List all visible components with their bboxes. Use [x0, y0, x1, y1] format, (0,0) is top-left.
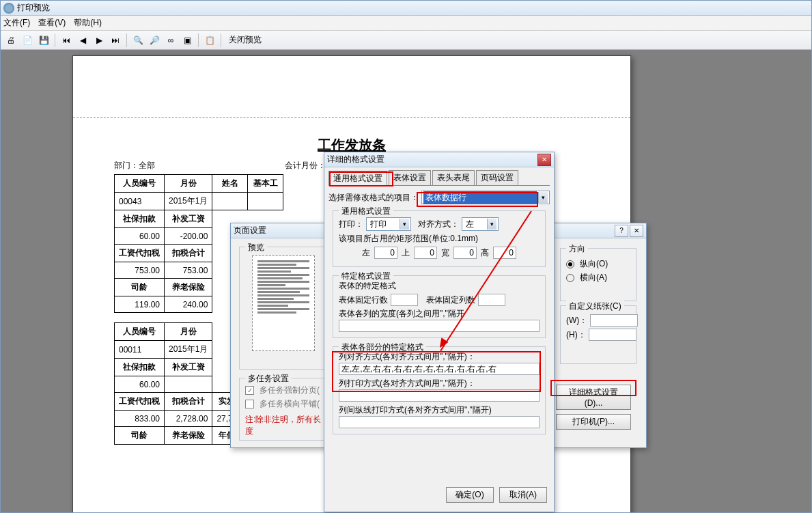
zoom-select-icon[interactable]: ∞ — [163, 33, 178, 48]
th: 工资代扣税 — [115, 393, 165, 411]
width-label: (W)： — [566, 315, 587, 327]
detail-titlebar: 详细的格式设置 ✕ — [324, 152, 554, 167]
th: 工资代扣税 — [115, 245, 165, 262]
rect-left-input[interactable] — [374, 247, 397, 259]
direction-legend: 方向 — [566, 243, 588, 255]
menubar: 文件(F) 查看(V) 帮助(H) — [1, 16, 811, 31]
menu-view[interactable]: 查看(V) — [38, 17, 66, 29]
th: 社保扣款 — [115, 210, 165, 228]
cancel-button[interactable]: 取消(A) — [499, 487, 547, 503]
next-page-icon[interactable]: ▶ — [92, 33, 107, 48]
th: 补发工资 — [165, 210, 212, 228]
save-icon[interactable]: 💾 — [36, 33, 51, 48]
cell: 753.00 — [115, 262, 165, 279]
rect-label: 该项目所占用的矩形范围(单位:0.1mm) — [339, 233, 478, 245]
prev-page-icon[interactable]: ◀ — [75, 33, 90, 48]
general-format-legend: 通用格式设置 — [339, 206, 393, 217]
fixed-rows-label: 表体固定行数 — [339, 294, 388, 306]
th: 司龄 — [115, 427, 165, 445]
close-icon[interactable]: ✕ — [537, 154, 551, 166]
separator — [126, 33, 127, 47]
portrait-radio[interactable] — [566, 260, 574, 268]
col-vline-input[interactable] — [339, 416, 540, 428]
separator — [221, 33, 221, 47]
page-icon[interactable]: 📄 — [20, 33, 35, 48]
fixed-rows-input[interactable] — [391, 294, 418, 306]
cell: 00043 — [115, 193, 165, 210]
paper-height-input[interactable] — [589, 329, 636, 341]
select-item-value: 表体数据行 — [423, 191, 537, 204]
col-vline-label: 列间纵线打印方式(各对齐方式间用","隔开) — [339, 404, 540, 416]
col-widths-input[interactable] — [339, 320, 540, 332]
ok-button[interactable]: 确定(O) — [446, 487, 494, 503]
tab-pagenum[interactable]: 页码设置 — [476, 170, 518, 185]
multitask-legend: 多任务设置 — [245, 373, 292, 385]
menu-file[interactable]: 文件(F) — [3, 17, 30, 29]
main-title: 打印预览 — [17, 2, 50, 14]
top-label: 上 — [402, 247, 410, 259]
horizontal-tile-checkbox[interactable] — [245, 400, 254, 408]
tab-body[interactable]: 表体设置 — [389, 170, 431, 185]
col-print-input[interactable] — [339, 389, 540, 402]
help-button[interactable]: ? — [615, 225, 628, 237]
separator — [55, 33, 55, 47]
th: 扣税合计 — [165, 393, 212, 411]
landscape-label: 横向(A) — [580, 272, 607, 283]
th: 养老保险 — [165, 427, 212, 445]
detail-title: 详细的格式设置 — [327, 154, 384, 165]
tab-headfoot[interactable]: 表头表尾 — [432, 170, 475, 185]
close-preview-button[interactable]: 关闭预览 — [225, 33, 266, 47]
rect-width-input[interactable] — [453, 247, 477, 259]
parts-format-legend: 表体各部分的特定格式 — [339, 342, 426, 353]
rect-top-input[interactable] — [414, 247, 437, 259]
dept-label: 部门： — [114, 161, 139, 170]
tab-general[interactable]: 通用格式设置 — [328, 171, 387, 186]
width-label: 宽 — [441, 247, 449, 259]
cell: 753.00 — [165, 262, 212, 279]
chevron-down-icon[interactable]: ▾ — [400, 219, 409, 230]
chevron-down-icon[interactable]: ▾ — [538, 192, 548, 203]
last-page-icon[interactable]: ⏭ — [108, 33, 123, 48]
preview-legend: 预览 — [245, 242, 267, 253]
select-item-label: 选择需修改格式的项目： — [328, 192, 419, 204]
height-label: 高 — [481, 247, 489, 259]
zoom-fit-icon[interactable]: ▣ — [180, 33, 195, 48]
col-align-input[interactable] — [339, 363, 540, 375]
menu-help[interactable]: 帮助(H) — [74, 17, 102, 29]
th-name: 姓名 — [212, 175, 248, 193]
page-setup-title: 页面设置 — [234, 225, 266, 236]
note-text: 注:除非注明，所有长度 — [245, 414, 322, 437]
th: 人员编号 — [115, 323, 165, 341]
cell — [248, 193, 283, 210]
align-dropdown[interactable]: 左▾ — [462, 217, 499, 231]
landscape-radio[interactable] — [566, 274, 574, 282]
th-base: 基本工 — [248, 175, 283, 193]
accounting-month-label: 会计月份： — [285, 161, 326, 170]
detail-settings-button[interactable]: 详细格式设置(D)... — [556, 385, 631, 410]
align-value: 左 — [464, 219, 486, 230]
th: 社保扣款 — [115, 359, 165, 376]
printer-icon[interactable]: 🖨 — [3, 33, 18, 48]
select-item-dropdown[interactable]: 表体数据行 ▾ — [421, 191, 550, 204]
th: 月份 — [165, 323, 212, 341]
print-dropdown[interactable]: 打印▾ — [366, 217, 411, 231]
first-page-icon[interactable]: ⏮ — [59, 33, 74, 48]
force-page-label: 多任务强制分页( — [260, 385, 320, 396]
force-page-checkbox[interactable]: ✓ — [245, 386, 254, 395]
th-id: 人员编号 — [115, 175, 165, 193]
properties-icon[interactable]: 📋 — [202, 33, 217, 48]
th: 补发工资 — [165, 359, 212, 376]
col-widths-label: 表体各列的宽度(各列之间用","隔开 — [339, 308, 540, 320]
close-icon[interactable]: ✕ — [630, 225, 643, 237]
zoom-in-icon[interactable]: 🔍 — [130, 33, 145, 48]
cell — [165, 376, 212, 393]
printer-button[interactable]: 打印机(P)... — [556, 414, 631, 430]
zoom-out-icon[interactable]: 🔎 — [147, 33, 162, 48]
chevron-down-icon[interactable]: ▾ — [487, 219, 496, 230]
fixed-cols-input[interactable] — [478, 294, 505, 306]
print-label: 打印： — [339, 219, 363, 230]
app-icon — [3, 3, 14, 14]
th-month: 月份 — [165, 175, 212, 193]
paper-width-input[interactable] — [590, 314, 638, 327]
th: 扣税合计 — [165, 245, 212, 262]
